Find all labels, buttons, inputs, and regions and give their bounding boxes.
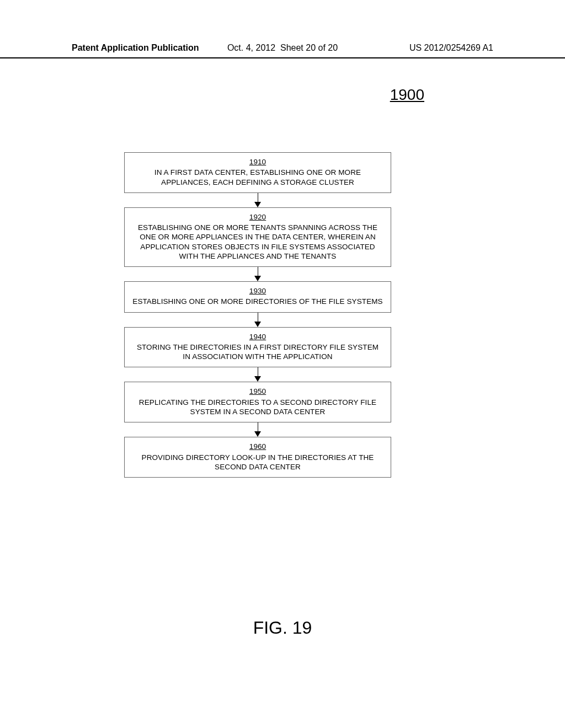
header-publication-type: Patent Application Publication [72, 43, 212, 53]
flow-step-1930: 1930 ESTABLISHING ONE OR MORE DIRECTORIE… [124, 281, 391, 313]
step-number: 1920 [132, 212, 383, 222]
header-sheet: Sheet 20 of 20 [280, 43, 338, 52]
flow-step-1960: 1960 PROVIDING DIRECTORY LOOK-UP IN THE … [124, 437, 391, 478]
arrow-down-icon [254, 367, 261, 382]
step-text: REPLICATING THE DIRECTORIES TO A SECOND … [139, 398, 376, 416]
step-text: PROVIDING DIRECTORY LOOK-UP IN THE DIREC… [142, 453, 374, 471]
arrow-down-icon [254, 313, 261, 327]
figure-label: FIG. 19 [0, 618, 565, 638]
flow-step-1920: 1920 ESTABLISHING ONE OR MORE TENANTS SP… [124, 207, 391, 267]
header-date: Oct. 4, 2012 [227, 43, 275, 52]
flow-step-1950: 1950 REPLICATING THE DIRECTORIES TO A SE… [124, 382, 391, 422]
step-text: ESTABLISHING ONE OR MORE DIRECTORIES OF … [132, 297, 382, 306]
figure-reference-number: 1900 [390, 86, 424, 104]
patent-page: Patent Application Publication Oct. 4, 2… [0, 0, 565, 728]
step-number: 1940 [132, 332, 383, 341]
step-text: STORING THE DIRECTORIES IN A FIRST DIREC… [137, 343, 379, 361]
step-number: 1950 [132, 387, 383, 396]
header-date-sheet: Oct. 4, 2012 Sheet 20 of 20 [212, 43, 353, 53]
header-pubno: US 2012/0254269 A1 [353, 43, 493, 53]
page-header: Patent Application Publication Oct. 4, 2… [0, 43, 565, 58]
step-number: 1960 [132, 442, 383, 451]
arrow-down-icon [254, 422, 261, 437]
arrow-down-icon [254, 193, 261, 207]
step-text: ESTABLISHING ONE OR MORE TENANTS SPANNIN… [138, 223, 377, 260]
step-text: IN A FIRST DATA CENTER, ESTABLISHING ONE… [154, 168, 361, 186]
flow-step-1940: 1940 STORING THE DIRECTORIES IN A FIRST … [124, 327, 391, 368]
header-row: Patent Application Publication Oct. 4, 2… [72, 43, 493, 53]
flowchart: 1910 IN A FIRST DATA CENTER, ESTABLISHIN… [124, 152, 391, 478]
step-number: 1910 [132, 157, 383, 167]
arrow-down-icon [254, 267, 261, 281]
step-number: 1930 [132, 286, 383, 296]
flow-step-1910: 1910 IN A FIRST DATA CENTER, ESTABLISHIN… [124, 152, 391, 193]
